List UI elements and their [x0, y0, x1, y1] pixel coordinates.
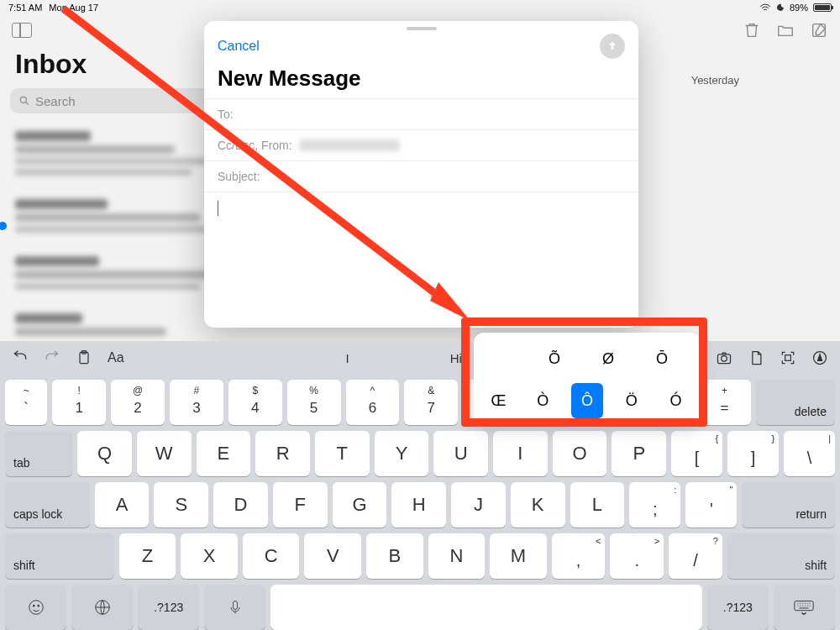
key-s[interactable]: S [154, 482, 208, 528]
keyboard-row-bottom: .?123 .?123 [5, 585, 835, 630]
suggestion-2[interactable]: Hi [450, 351, 462, 365]
key-w[interactable]: W [137, 431, 192, 476]
svg-point-12 [37, 605, 39, 606]
accent-o-grave[interactable]: Ò [527, 383, 559, 418]
key-delete[interactable]: delete [756, 380, 835, 425]
key-b[interactable]: B [366, 533, 423, 579]
key-equals[interactable]: += [698, 380, 752, 425]
markup-icon[interactable] [811, 349, 828, 366]
to-field[interactable]: To: [204, 98, 638, 129]
key-semicolon[interactable]: :; [629, 482, 680, 528]
scan-icon[interactable] [780, 349, 796, 366]
document-icon[interactable] [748, 349, 764, 366]
accent-character-popup: Õ Ø Ō Œ Ò Ô Ö Ó [474, 333, 701, 427]
key-l[interactable]: L [570, 482, 625, 528]
key-v[interactable]: V [304, 533, 361, 579]
key-a[interactable]: A [95, 482, 150, 528]
cc-bcc-field[interactable]: Cc/Bcc, From: [204, 129, 638, 160]
accent-o-acute[interactable]: Ó [659, 383, 692, 418]
key-shift-right[interactable]: shift [727, 533, 835, 579]
undo-icon[interactable] [12, 349, 29, 366]
accent-oe[interactable]: Œ [482, 383, 515, 418]
key-p[interactable]: P [612, 431, 666, 476]
key-4[interactable]: $4 [228, 380, 282, 425]
text-cursor [218, 201, 218, 216]
search-icon [18, 95, 30, 107]
cancel-button[interactable]: Cancel [218, 39, 260, 54]
key-1[interactable]: !1 [52, 380, 106, 425]
trash-icon[interactable] [743, 21, 761, 39]
subject-field[interactable]: Subject: [204, 160, 638, 192]
key-bracket-right[interactable]: }] [727, 431, 779, 476]
key-g[interactable]: G [333, 482, 387, 528]
key-hide-keyboard[interactable] [774, 585, 835, 630]
key-i[interactable]: I [493, 431, 548, 476]
key-bracket-left[interactable]: {[ [671, 431, 722, 476]
key-7[interactable]: &7 [404, 380, 458, 425]
keyboard-row-qwerty: tab Q W E R T Y U I O P {[ }] |\ [5, 431, 835, 476]
key-shift-left[interactable]: shift [5, 533, 114, 579]
key-caps-lock[interactable]: caps lock [5, 482, 90, 528]
key-d[interactable]: D [213, 482, 268, 528]
key-t[interactable]: T [315, 431, 370, 476]
key-u[interactable]: U [433, 431, 488, 476]
key-return[interactable]: return [742, 482, 835, 528]
key-c[interactable]: C [243, 533, 300, 579]
sidebar-toggle-icon[interactable] [12, 23, 32, 38]
folder-icon[interactable] [776, 21, 795, 39]
keyboard-row-numbers: ~` !1 @2 #3 $4 %5 ^6 &7 *8 (9 )0 _- += d… [5, 380, 835, 425]
accent-o-tilde[interactable]: Õ [533, 341, 575, 376]
clipboard-icon[interactable] [76, 349, 92, 366]
key-5[interactable]: %5 [287, 380, 341, 425]
key-backtick[interactable]: ~` [5, 380, 47, 425]
key-tab[interactable]: tab [5, 431, 72, 476]
key-j[interactable]: J [451, 482, 506, 528]
key-r[interactable]: R [255, 431, 310, 476]
accent-o-stroke[interactable]: Ø [587, 341, 629, 376]
key-symbols-left[interactable]: .?123 [138, 585, 199, 630]
keyboard: Aa I Hi ~` !1 @2 #3 $4 %5 ^6 &7 *8 (9 )0 [0, 341, 840, 630]
camera-icon[interactable] [716, 349, 732, 366]
unread-dot [0, 222, 7, 230]
key-space[interactable] [270, 585, 702, 630]
key-f[interactable]: F [273, 482, 328, 528]
key-o[interactable]: O [553, 431, 607, 476]
key-mic[interactable] [204, 585, 265, 630]
key-quote[interactable]: "' [685, 482, 737, 528]
key-6[interactable]: ^6 [346, 380, 400, 425]
key-3[interactable]: #3 [170, 380, 223, 425]
compose-title: New Message [204, 66, 638, 98]
redo-icon[interactable] [44, 349, 60, 366]
key-x[interactable]: X [181, 533, 238, 579]
key-globe[interactable] [71, 585, 133, 630]
compose-body[interactable] [204, 192, 638, 328]
key-z[interactable]: Z [119, 533, 176, 579]
accent-o-diaeresis[interactable]: Ö [615, 383, 648, 418]
suggestion-1[interactable]: I [346, 351, 349, 365]
key-y[interactable]: Y [375, 431, 429, 476]
wifi-icon [759, 3, 771, 12]
accent-o-circumflex[interactable]: Ô [571, 383, 604, 418]
format-button[interactable]: Aa [108, 350, 124, 365]
key-k[interactable]: K [511, 482, 565, 528]
svg-rect-8 [785, 355, 791, 361]
key-h[interactable]: H [391, 482, 446, 528]
key-period[interactable]: >. [610, 533, 664, 579]
key-backslash[interactable]: |\ [784, 431, 835, 476]
key-q[interactable]: Q [77, 431, 132, 476]
key-2[interactable]: @2 [111, 380, 165, 425]
keyboard-row-asdf: caps lock A S D F G H J K L :; "' return [5, 482, 835, 528]
send-button[interactable] [600, 34, 625, 59]
accent-o-macron[interactable]: Ō [641, 341, 683, 376]
key-e[interactable]: E [197, 431, 251, 476]
key-emoji[interactable] [5, 585, 66, 630]
key-comma[interactable]: <, [552, 533, 606, 579]
compose-icon[interactable] [810, 21, 828, 39]
compose-sheet: Cancel New Message To: Cc/Bcc, From: Sub… [204, 21, 638, 328]
key-symbols-right[interactable]: .?123 [707, 585, 769, 630]
key-n[interactable]: N [428, 533, 486, 579]
svg-point-10 [29, 601, 43, 615]
key-m[interactable]: M [490, 533, 547, 579]
key-slash[interactable]: ?/ [669, 533, 722, 579]
status-date: Mon Aug 17 [49, 3, 98, 13]
